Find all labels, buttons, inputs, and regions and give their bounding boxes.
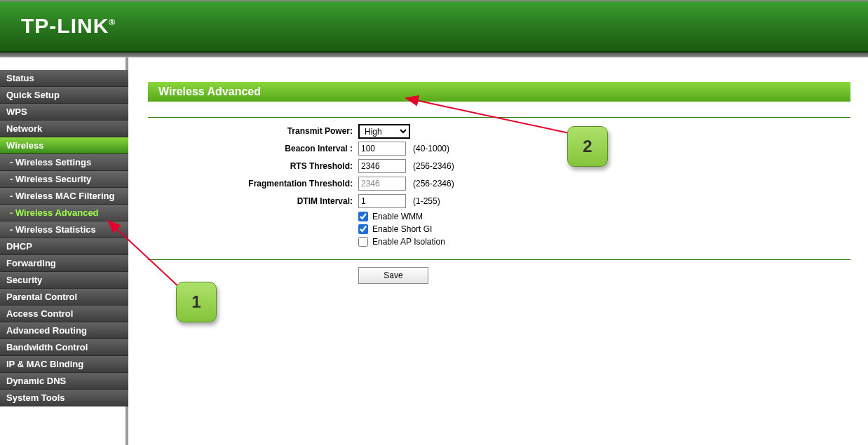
sidebar-item-ip-mac-binding[interactable]: IP & MAC Binding <box>0 356 128 373</box>
sidebar-item-wireless-advanced[interactable]: - Wireless Advanced <box>0 205 128 221</box>
sidebar-item-quick-setup[interactable]: Quick Setup <box>0 87 128 104</box>
beacon-interval-input[interactable] <box>358 142 406 156</box>
sidebar-item-security[interactable]: Security <box>0 272 128 289</box>
page-title: Wireless Advanced <box>148 82 850 102</box>
transmit-power-select[interactable]: High <box>358 124 410 139</box>
header: TP-LINK® <box>0 0 868 53</box>
enable-ap-isolation-label: Enable AP Isolation <box>372 237 445 247</box>
sidebar-item-wireless-security[interactable]: - Wireless Security <box>0 171 128 188</box>
enable-short-gi-label: Enable Short GI <box>372 224 432 234</box>
sidebar-item-wireless[interactable]: Wireless <box>0 137 128 154</box>
enable-wmm-label: Enable WMM <box>372 212 423 221</box>
enable-short-gi-checkbox[interactable] <box>358 224 368 234</box>
beacon-interval-note: (40-1000) <box>413 144 449 153</box>
registered-icon: ® <box>109 18 116 27</box>
sidebar-item-status[interactable]: Status <box>0 70 128 87</box>
enable-ap-isolation-checkbox[interactable] <box>358 237 368 247</box>
annotation-callout-1: 1 <box>176 282 217 322</box>
sidebar-item-dynamic-dns[interactable]: Dynamic DNS <box>0 373 128 390</box>
brand-logo: TP-LINK® <box>21 14 116 38</box>
transmit-power-label: Transmit Power: <box>148 126 358 136</box>
sidebar-item-wireless-mac-filtering[interactable]: - Wireless MAC Filtering <box>0 188 128 205</box>
sidebar-item-parental-control[interactable]: Parental Control <box>0 289 128 306</box>
sidebar-item-wireless-settings[interactable]: - Wireless Settings <box>0 154 128 171</box>
wireless-advanced-form: Transmit Power: High Beacon Interval : (… <box>148 123 850 284</box>
sidebar-item-access-control[interactable]: Access Control <box>0 306 128 322</box>
dtim-interval-label: DTIM Interval: <box>148 196 358 206</box>
sidebar-item-bandwidth-control[interactable]: Bandwidth Control <box>0 339 128 356</box>
fragmentation-threshold-input <box>358 177 406 191</box>
annotation-callout-2: 2 <box>567 126 608 167</box>
beacon-interval-label: Beacon Interval : <box>148 144 358 153</box>
sidebar-item-network[interactable]: Network <box>0 121 128 137</box>
main-content: Wireless Advanced Transmit Power: High B… <box>128 57 868 445</box>
dtim-interval-input[interactable] <box>358 194 406 208</box>
sidebar-item-advanced-routing[interactable]: Advanced Routing <box>0 322 128 339</box>
enable-wmm-checkbox[interactable] <box>358 212 368 221</box>
sidebar-item-dhcp[interactable]: DHCP <box>0 238 128 255</box>
sidebar: StatusQuick SetupWPSNetworkWireless- Wir… <box>0 57 128 445</box>
rts-threshold-note: (256-2346) <box>413 161 454 171</box>
fragmentation-threshold-label: Fragmentation Threshold: <box>148 179 358 189</box>
dtim-interval-note: (1-255) <box>413 196 440 206</box>
fragmentation-threshold-note: (256-2346) <box>413 179 454 189</box>
sidebar-item-forwarding[interactable]: Forwarding <box>0 255 128 272</box>
save-button[interactable]: Save <box>358 267 428 284</box>
sidebar-item-wps[interactable]: WPS <box>0 104 128 121</box>
rts-threshold-input[interactable] <box>358 159 406 173</box>
sidebar-item-system-tools[interactable]: System Tools <box>0 390 128 406</box>
sidebar-item-wireless-statistics[interactable]: - Wireless Statistics <box>0 221 128 238</box>
rts-threshold-label: RTS Threshold: <box>148 161 358 171</box>
